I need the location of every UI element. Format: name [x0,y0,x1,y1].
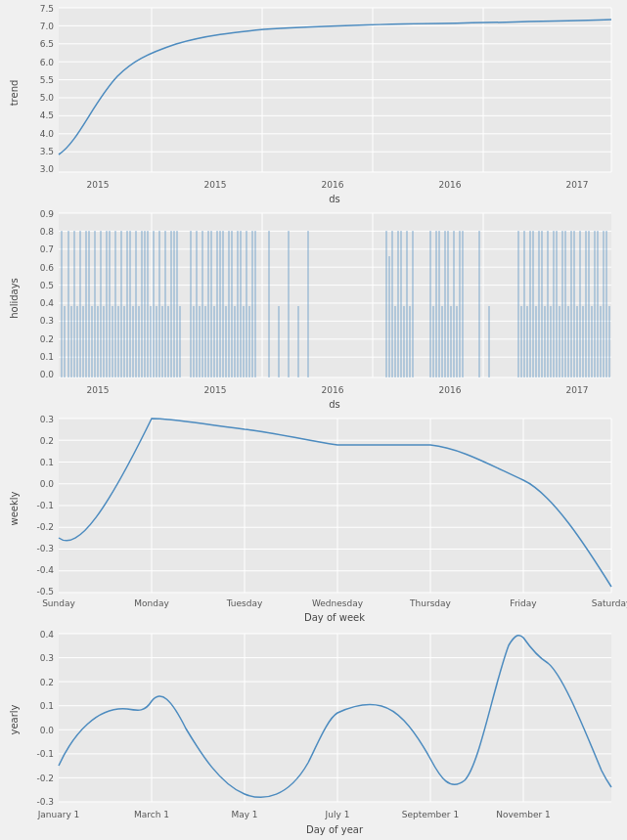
svg-text:2016: 2016 [439,180,462,190]
svg-text:May 1: May 1 [231,810,257,819]
svg-text:0.2: 0.2 [40,678,54,687]
svg-text:0.2: 0.2 [40,334,54,344]
svg-text:7.5: 7.5 [40,4,54,14]
svg-text:4.5: 4.5 [40,111,54,120]
svg-text:2015: 2015 [87,385,110,395]
svg-text:Thursday: Thursday [409,598,452,608]
svg-text:0.5: 0.5 [40,281,54,290]
svg-text:Monday: Monday [134,598,169,608]
svg-text:0.4: 0.4 [40,630,55,640]
svg-text:ds: ds [329,194,340,204]
svg-text:0.7: 0.7 [40,244,54,254]
svg-text:-0.1: -0.1 [36,749,54,759]
svg-text:March 1: March 1 [134,810,169,819]
svg-text:Wednesday: Wednesday [312,598,364,608]
svg-text:2015: 2015 [204,385,227,395]
svg-text:2015: 2015 [204,180,227,190]
svg-rect-0 [59,8,611,172]
svg-text:6.5: 6.5 [40,39,54,49]
svg-text:September 1: September 1 [402,810,459,819]
svg-text:2016: 2016 [322,180,344,190]
svg-text:holidays: holidays [9,278,20,319]
svg-text:2016: 2016 [439,385,462,395]
svg-text:yearly: yearly [9,704,20,734]
svg-text:-0.3: -0.3 [36,797,54,807]
svg-text:0.4: 0.4 [40,298,55,308]
svg-text:3.5: 3.5 [40,147,54,156]
svg-text:0.1: 0.1 [40,352,54,362]
trend-chart: 7.5 7.0 6.5 6.0 5.5 5.0 4.5 4.0 3.5 3.0 … [0,0,627,205]
svg-text:weekly: weekly [9,491,20,525]
svg-text:7.0: 7.0 [40,22,55,31]
svg-text:Day of week: Day of week [304,612,365,623]
svg-text:0.3: 0.3 [40,316,54,326]
svg-text:2015: 2015 [87,180,110,190]
svg-text:2016: 2016 [322,385,344,395]
svg-text:0.2: 0.2 [40,436,54,446]
svg-text:5.0: 5.0 [40,93,55,103]
svg-text:Day of year: Day of year [306,824,364,835]
weekly-chart: 0.3 0.2 0.1 0.0 -0.1 -0.2 -0.3 -0.4 -0.5… [0,411,627,626]
svg-text:0.9: 0.9 [40,209,55,219]
svg-text:6.0: 6.0 [40,58,55,67]
svg-text:3.0: 3.0 [40,164,55,174]
svg-text:0.1: 0.1 [40,701,54,711]
holidays-chart: 0.9 0.8 0.7 0.6 0.5 0.4 0.3 0.2 0.1 0.0 … [0,205,627,411]
svg-text:-0.5: -0.5 [36,587,54,597]
svg-text:2017: 2017 [566,385,589,395]
svg-text:-0.3: -0.3 [36,544,54,553]
svg-text:0.0: 0.0 [40,726,55,735]
svg-text:0.3: 0.3 [40,653,54,663]
svg-text:January 1: January 1 [37,810,80,819]
svg-text:0.0: 0.0 [40,479,55,489]
svg-text:0.3: 0.3 [40,415,54,424]
svg-text:4.0: 4.0 [40,129,55,139]
svg-text:-0.2: -0.2 [36,774,54,783]
svg-text:-0.1: -0.1 [36,501,54,510]
svg-text:0.1: 0.1 [40,458,54,467]
svg-text:Friday: Friday [510,598,537,608]
svg-text:trend: trend [9,80,20,107]
svg-text:-0.4: -0.4 [36,565,54,575]
svg-text:0.6: 0.6 [40,263,55,273]
svg-text:November 1: November 1 [496,810,550,819]
svg-text:ds: ds [329,399,340,410]
svg-text:Sunday: Sunday [42,598,75,608]
svg-text:July 1: July 1 [325,810,350,819]
svg-rect-224 [59,634,611,802]
svg-text:0.0: 0.0 [40,370,55,379]
yearly-chart: 0.4 0.3 0.2 0.1 0.0 -0.1 -0.2 -0.3 yearl… [0,626,627,840]
svg-text:5.5: 5.5 [40,75,54,85]
svg-text:Tuesday: Tuesday [226,598,263,608]
svg-text:-0.2: -0.2 [36,522,54,532]
svg-text:0.8: 0.8 [40,227,55,237]
svg-text:Saturday: Saturday [592,598,627,608]
chart-container: 7.5 7.0 6.5 6.0 5.5 5.0 4.5 4.0 3.5 3.0 … [0,0,627,840]
svg-text:2017: 2017 [566,180,589,190]
